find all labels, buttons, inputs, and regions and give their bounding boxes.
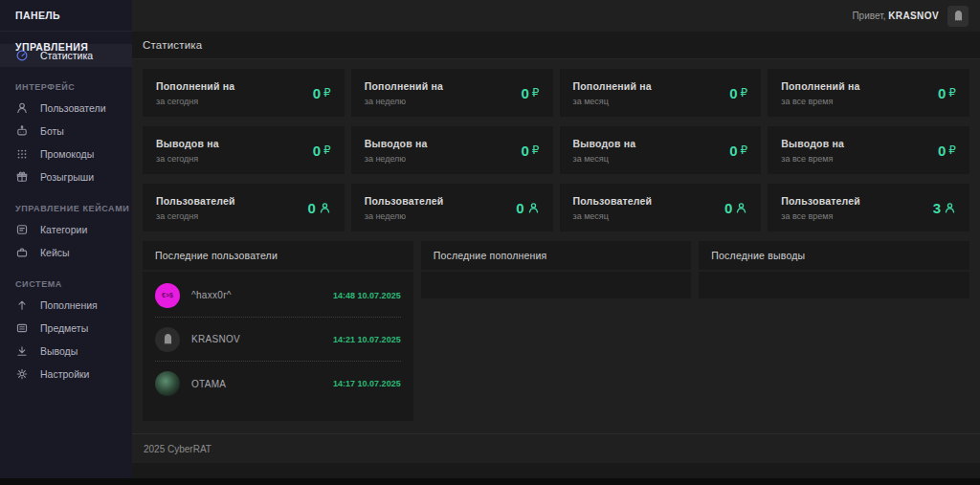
card-period: за сегодня — [156, 211, 235, 221]
avatar: €>$ — [155, 283, 180, 308]
card-title: Выводов на — [781, 138, 844, 149]
deposits-row: Пополнений на за сегодня 0₽ Пополнений н… — [143, 69, 969, 117]
user-icon — [735, 202, 747, 214]
sidebar-item-label: Розыгрыши — [40, 171, 94, 183]
card-period: за сегодня — [156, 97, 234, 106]
copyright-text: 2025 CyberRAT — [144, 444, 212, 454]
categories-icon — [15, 223, 29, 236]
user-list-item[interactable]: OTAMA 14:17 10.07.2025 — [155, 362, 401, 406]
sidebar: ПАНЕЛЬ УПРАВЛЕНИЯ Статистика ИНТЕРФЕЙС П… — [0, 0, 132, 478]
card-title: Пользователей — [573, 195, 653, 207]
user-icon — [527, 202, 540, 214]
user-list-item[interactable]: €>$ ^haxx0r^ 14:48 10.07.2025 — [155, 274, 401, 318]
main-area: Привет, KRASNOV Статистика Пополнений на… — [132, 0, 980, 478]
card-value: 0 — [724, 200, 747, 216]
stat-card-users-week: Пользователей за неделю 0 — [351, 184, 553, 231]
bottom-space — [132, 463, 980, 478]
stat-card-users-today: Пользователей за сегодня 0 — [143, 184, 345, 231]
page-title-band: Статистика — [132, 32, 980, 59]
card-value: 0₽ — [729, 85, 747, 101]
card-title: Пользователей — [156, 195, 235, 207]
ruble-icon: ₽ — [532, 86, 540, 99]
stat-card-withdrawals-month: Выводов на за месяц 0₽ — [560, 126, 762, 174]
items-icon — [15, 321, 29, 335]
card-period: за неделю — [365, 211, 444, 221]
stat-card-withdrawals-week: Выводов на за неделю 0₽ — [351, 126, 553, 174]
user-icon — [944, 202, 956, 214]
ruble-icon: ₽ — [948, 86, 956, 99]
recent-withdrawals-list — [699, 272, 969, 298]
user-name: ^haxx0r^ — [191, 290, 322, 300]
panel-title: Последние выводы — [699, 241, 969, 270]
sidebar-item-label: Пополнения — [40, 299, 98, 311]
card-title: Пополнений на — [781, 80, 859, 92]
card-value: 0₽ — [313, 85, 331, 101]
sidebar-item-cases[interactable]: Кейсы — [0, 241, 132, 264]
sidebar-item-promocodes[interactable]: Промокоды — [0, 143, 132, 165]
sidebar-item-label: Категории — [40, 224, 87, 235]
user-name: KRASNOV — [191, 334, 322, 344]
sidebar-item-users[interactable]: Пользователи — [0, 97, 132, 120]
sidebar-item-label: Настройки — [40, 368, 90, 380]
card-title: Пополнений на — [573, 80, 652, 92]
avatar — [155, 371, 180, 396]
content: Пополнений на за сегодня 0₽ Пополнений н… — [132, 59, 980, 433]
user-list-item[interactable]: KRASNOV 14:21 10.07.2025 — [155, 318, 401, 362]
sidebar-item-label: Выводы — [40, 345, 78, 357]
admin-dashboard: ПАНЕЛЬ УПРАВЛЕНИЯ Статистика ИНТЕРФЕЙС П… — [0, 0, 980, 485]
gauge-icon — [15, 49, 29, 62]
card-value: 0₽ — [729, 143, 747, 159]
card-period: за все время — [781, 154, 844, 164]
greeting-label: Привет, — [852, 11, 885, 21]
card-title: Выводов на — [156, 138, 219, 149]
stat-card-deposits-alltime: Пополнений на за все время 0₽ — [768, 69, 969, 117]
card-period: за месяц — [573, 211, 653, 221]
sidebar-section-system: СИСТЕМА — [0, 279, 132, 289]
sidebar-item-giveaways[interactable]: Розыгрыши — [0, 165, 132, 188]
sidebar-item-label: Промокоды — [40, 148, 94, 160]
card-period: за все время — [781, 97, 859, 106]
stat-card-withdrawals-alltime: Выводов на за все время 0₽ — [768, 126, 969, 174]
card-value: 0₽ — [522, 143, 540, 159]
sidebar-item-withdrawals[interactable]: Выводы — [0, 340, 132, 363]
ruble-icon: ₽ — [532, 143, 540, 157]
user-time: 14:17 10.07.2025 — [333, 379, 401, 388]
card-period: за месяц — [573, 154, 636, 164]
ruble-icon: ₽ — [741, 86, 748, 99]
users-row: Пользователей за сегодня 0 Пользователей… — [143, 184, 969, 231]
panel-title: Последние пользователи — [143, 241, 413, 270]
user-icon — [319, 202, 331, 214]
card-period: за неделю — [365, 97, 443, 106]
sidebar-item-label: Боты — [40, 125, 64, 137]
sidebar-item-deposits[interactable]: Пополнения — [0, 294, 132, 317]
sidebar-item-items[interactable]: Предметы — [0, 317, 132, 340]
panel-title: Последние пополнения — [421, 241, 692, 270]
sidebar-item-label: Кейсы — [40, 247, 70, 258]
card-period: за неделю — [365, 154, 428, 164]
username: KRASNOV — [888, 11, 939, 21]
card-value: 0₽ — [938, 85, 956, 101]
avatar — [155, 327, 180, 352]
sidebar-item-label: Пользователи — [40, 102, 106, 114]
sidebar-item-settings[interactable]: Настройки — [0, 363, 132, 386]
card-title: Выводов на — [573, 138, 636, 149]
ruble-icon: ₽ — [948, 143, 956, 157]
card-title: Пополнений на — [156, 80, 234, 92]
card-value: 0 — [307, 200, 330, 216]
sidebar-item-categories[interactable]: Категории — [0, 218, 132, 241]
gear-icon — [15, 367, 29, 381]
arrow-up-icon — [15, 298, 29, 312]
app-title: ПАНЕЛЬ УПРАВЛЕНИЯ — [0, 0, 132, 32]
recent-withdrawals-panel: Последние выводы — [699, 241, 969, 298]
sidebar-item-bots[interactable]: Боты — [0, 120, 132, 143]
stat-card-deposits-today: Пополнений на за сегодня 0₽ — [143, 69, 345, 117]
ruble-icon: ₽ — [323, 86, 331, 99]
user-name: OTAMA — [191, 379, 322, 389]
card-title: Выводов на — [365, 138, 428, 149]
user-avatar[interactable] — [947, 6, 969, 27]
bot-icon — [15, 124, 29, 138]
card-value: 3 — [933, 200, 956, 216]
sidebar-item-label: Статистика — [40, 50, 93, 61]
recent-deposits-panel: Последние пополнения — [421, 241, 692, 298]
ruble-icon: ₽ — [741, 143, 748, 157]
